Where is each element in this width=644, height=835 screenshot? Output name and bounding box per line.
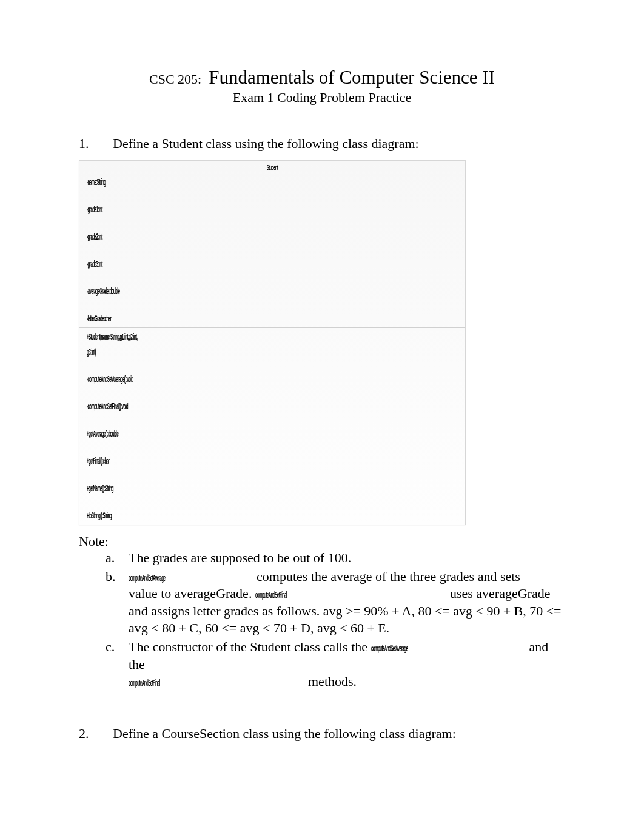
uml-attr: -grade2:int xyxy=(87,232,243,241)
question-1: 1. Define a Student class using the foll… xyxy=(79,136,565,152)
uml-attr: -averageGrade:double xyxy=(87,286,243,295)
note-b-part5d: E. xyxy=(375,620,389,635)
code-computeAndSetAverage: computeAndSetAverage xyxy=(371,642,374,654)
note-c-body: The constructor of the Student class cal… xyxy=(129,639,565,691)
note-b-part2: value to averageGrade. xyxy=(129,586,252,601)
uml-constructor-line1: +Student(name:String,g1:int,g2:int, xyxy=(87,332,243,341)
note-b-part1: computes the average of the three grades… xyxy=(257,569,520,584)
uml-methods-section: +Student(name:String,g1:int,g2:int, g3:i… xyxy=(79,328,465,525)
question-2-number: 2. xyxy=(79,726,113,742)
sym: ± xyxy=(179,620,186,635)
note-b-letter: b. xyxy=(106,568,129,637)
uml-attr: -name:String xyxy=(87,177,243,186)
note-b-part4c: B, 70 <= xyxy=(511,603,562,619)
uml-method: +getFinal():char xyxy=(87,456,243,465)
question-2-text: Define a CourseSection class using the f… xyxy=(113,726,565,742)
note-a-text: The grades are supposed to be out of 100… xyxy=(129,549,565,567)
note-c-letter: c. xyxy=(106,639,129,691)
uml-attributes-section: -name:String -grade1:int -grade2:int -gr… xyxy=(79,173,465,328)
uml-constructor-line2: g3:int) xyxy=(87,347,243,356)
note-label: Note: xyxy=(79,534,565,549)
course-title: Fundamentals of Computer Science II xyxy=(209,67,495,88)
note-b: b. computeAndSetAverage computes the ave… xyxy=(106,568,565,637)
note-b-part5b: C, 60 <= avg < 70 xyxy=(186,620,290,635)
note-b-part3: uses averageGrade xyxy=(450,586,551,601)
note-b-part4a: and assigns letter grades as follows. av… xyxy=(129,603,392,619)
question-1-text: Define a Student class using the followi… xyxy=(113,136,565,152)
code-computeAndSetFinal: computeAndSetFinal xyxy=(129,677,131,689)
uml-method: -computeAndSetAverage():void xyxy=(87,374,243,383)
uml-attr: -grade1:int xyxy=(87,204,243,213)
note-c-part3: methods. xyxy=(308,674,357,689)
uml-attr: -letterGrade:char xyxy=(87,314,243,323)
note-b-part5a: avg < 80 xyxy=(129,620,179,635)
note-a: a. The grades are supposed to be out of … xyxy=(106,549,565,567)
code-computeAndSetFinal: computeAndSetFinal xyxy=(255,589,258,601)
sym: ± xyxy=(367,620,375,635)
course-code: CSC 205: xyxy=(149,72,201,87)
uml-method: +toString():String xyxy=(87,511,243,520)
uml-method: +getAverage():double xyxy=(87,429,243,438)
question-2: 2. Define a CourseSection class using th… xyxy=(79,726,565,742)
note-list: a. The grades are supposed to be out of … xyxy=(79,549,565,691)
note-b-part5c: D, avg < 60 xyxy=(298,620,367,635)
sym: ± xyxy=(392,603,399,619)
uml-method: -computeAndSetFinal():void xyxy=(87,401,243,411)
sym: ± xyxy=(290,620,297,635)
note-c-part1: The constructor of the Student class cal… xyxy=(129,639,371,654)
uml-class-name: Student xyxy=(166,161,378,173)
question-1-number: 1. xyxy=(79,136,113,152)
note-c: c. The constructor of the Student class … xyxy=(106,639,565,691)
note-b-body: computeAndSetAverage computes the averag… xyxy=(129,568,565,637)
note-a-letter: a. xyxy=(106,549,129,567)
uml-attr: -grade3:int xyxy=(87,259,243,268)
code-computeAndSetAverage: computeAndSetAverage xyxy=(129,572,131,584)
title-block: CSC 205: Fundamentals of Computer Scienc… xyxy=(79,67,565,106)
sym: ± xyxy=(503,603,511,619)
subtitle: Exam 1 Coding Problem Practice xyxy=(79,90,565,106)
uml-method: +getName():String xyxy=(87,483,243,492)
note-b-part4b: A, 80 <= avg < 90 xyxy=(399,603,503,619)
uml-class-diagram: Student -name:String -grade1:int -grade2… xyxy=(79,160,466,525)
